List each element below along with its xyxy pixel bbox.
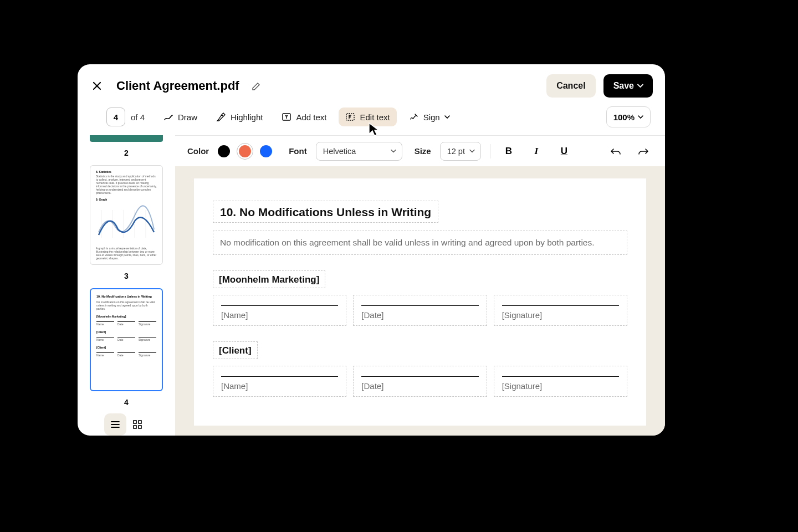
thumbnail-page-4[interactable]: 10. No Modifications Unless in Writing N… [90,288,163,391]
cancel-button[interactable]: Cancel [546,74,595,98]
size-label: Size [415,146,431,156]
chevron-down-icon [444,115,450,119]
page-current-input[interactable]: 4 [106,108,125,126]
signature-field-date[interactable]: [Date] [353,366,487,397]
canvas[interactable]: 10. No Modifications Unless in Writing N… [175,166,665,436]
color-swatch-orange[interactable] [239,145,251,157]
bold-button[interactable]: B [499,142,518,161]
draw-icon [163,112,173,122]
header: Client Agreement.pdf Cancel Save [78,64,665,106]
page: 10. No Modifications Unless in Writing N… [194,178,646,426]
thumbnail-page-2-partial[interactable] [90,135,163,142]
signature-field-signature[interactable]: [Signature] [494,366,627,397]
close-icon[interactable] [90,79,104,93]
section-body[interactable]: No modification on this agreement shall … [213,231,627,255]
app-window: Client Agreement.pdf Cancel Save 4 of 4 … [78,64,665,436]
format-bar: Color Font Helvetica Size 12 pt [175,135,665,166]
svg-rect-10 [139,426,141,428]
page-total: of 4 [131,112,145,122]
edit-text-icon [345,112,355,122]
divider [490,144,490,158]
underline-button[interactable]: U [555,142,574,161]
main: 2 8. Statistics Statistics is the study … [78,135,665,436]
font-select[interactable]: Helvetica [316,142,402,161]
signature-field-date[interactable]: [Date] [353,295,487,326]
color-swatch-black[interactable] [218,145,230,157]
undo-button[interactable] [606,142,625,161]
editor: Color Font Helvetica Size 12 pt [175,135,665,436]
signature-field-name[interactable]: [Name] [213,366,346,397]
thumbnail-page-3[interactable]: 8. Statistics Statistics is the study an… [90,165,163,265]
thumbnail-number: 4 [124,398,129,407]
redo-button[interactable] [634,142,653,161]
zoom-select[interactable]: 100% [606,106,651,127]
signature-row: [Name] [Date] [Signature] [213,295,627,326]
thumbnail-number: 3 [124,272,129,280]
list-view-icon[interactable] [104,413,126,436]
document-title: Client Agreement.pdf [116,79,239,93]
grid-view-icon[interactable] [126,413,149,436]
signature-row: [Name] [Date] [Signature] [213,366,627,397]
font-label: Font [289,146,306,156]
thumbnail-graph [96,204,157,243]
party-2-label[interactable]: [Client] [213,341,258,359]
size-select[interactable]: 12 pt [440,142,481,161]
signature-field-name[interactable]: [Name] [213,295,346,326]
color-label: Color [187,146,209,156]
save-button[interactable]: Save [603,74,653,98]
tool-sign[interactable]: Sign [402,108,457,126]
chevron-down-icon [638,115,643,119]
section-title[interactable]: 10. No Modifications Unless in Writing [213,201,438,223]
sidebar-view-toggle [78,413,175,436]
svg-rect-9 [134,426,136,428]
chevron-down-icon [391,149,396,153]
signature-field-signature[interactable]: [Signature] [494,295,627,326]
tool-add-text[interactable]: Add text [275,108,333,126]
chevron-down-icon [469,149,475,153]
chevron-down-icon [637,84,643,88]
svg-rect-8 [139,421,141,423]
highlight-icon [216,112,226,122]
rename-icon[interactable] [249,79,264,93]
sign-icon [409,112,419,122]
thumbnail-sidebar: 2 8. Statistics Statistics is the study … [78,135,175,436]
tool-draw[interactable]: Draw [157,108,204,126]
svg-rect-7 [134,421,136,423]
add-text-icon [282,112,291,122]
color-swatch-blue[interactable] [260,145,272,157]
tool-highlight[interactable]: Highlight [209,108,269,126]
thumbnail-number: 2 [124,149,129,157]
tool-edit-text[interactable]: Edit text [339,108,396,126]
italic-button[interactable]: I [527,142,546,161]
party-1-label[interactable]: [Moonhelm Marketing] [213,270,325,288]
toolbar: 4 of 4 Draw Highlight Add text [78,106,665,135]
